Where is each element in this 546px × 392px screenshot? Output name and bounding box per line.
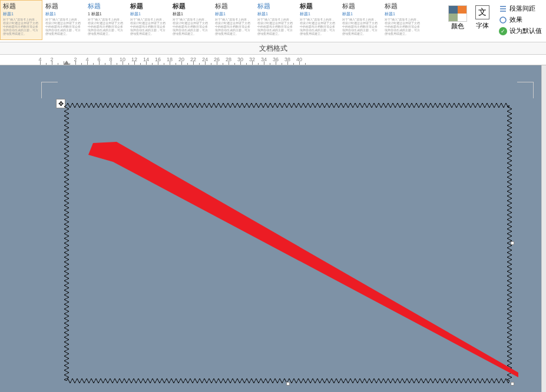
style-item[interactable]: 标题 标题1 对于"插入"选项卡上的库，在设计时通过合并链了文档中的标题与文档数… xyxy=(127,0,170,40)
style-item[interactable]: 标题 标题1 对于"插入"选项卡上的库，在设计时通过合并链了文档中的标题与文档数… xyxy=(297,0,339,40)
document-canvas[interactable]: ✥ xyxy=(0,65,546,392)
vertical-scrollbar[interactable] xyxy=(541,65,546,392)
ruler-mark xyxy=(170,61,170,65)
ruler-mark xyxy=(52,61,52,65)
style-subtitle: 标题1 xyxy=(300,11,336,17)
ruler-mark xyxy=(134,61,135,65)
ruler-mark xyxy=(176,63,176,65)
colors-button[interactable]: 颜色 xyxy=(447,2,468,34)
ruler-mark xyxy=(99,61,100,65)
ribbon-right-tools: 颜色 文 字体 段落间距 效果 ✓ 设为默认值 xyxy=(445,0,546,42)
style-subtitle: 标题1 xyxy=(45,11,82,17)
style-preview: 对于"插入"选项卡上的库，在设计时通过合并链了文档中的标题与文档数目等众多项并自… xyxy=(257,18,294,35)
resize-handle[interactable] xyxy=(511,241,514,245)
style-title: 标题 xyxy=(257,2,294,11)
style-subtitle: 标题1 xyxy=(342,11,379,17)
ruler-mark xyxy=(276,61,276,65)
style-subtitle: 标题1 xyxy=(385,11,421,17)
style-item[interactable]: 标题 1 标题1 对于"插入"选项卡上的库，在设计时通过合并链了文档中的标题与文… xyxy=(85,0,127,40)
ruler-mark xyxy=(240,61,241,65)
ruler-mark xyxy=(123,61,123,65)
horizontal-ruler[interactable]: 42246810121416182022242628303234363840 xyxy=(0,55,546,65)
ruler-mark xyxy=(87,61,88,65)
ruler-mark xyxy=(299,61,300,65)
style-subtitle: 标题1 xyxy=(215,11,252,17)
ruler-mark xyxy=(128,63,129,65)
style-subtitle: 标题1 xyxy=(130,11,167,17)
style-title: 标题 xyxy=(3,2,39,11)
ruler-mark xyxy=(270,63,270,65)
ruler-mark xyxy=(117,63,117,65)
option-label: 段落间距 xyxy=(509,4,535,13)
effects-icon xyxy=(499,16,507,24)
style-preview: 对于"插入"选项卡上的库，在设计时通过合并链了文档中的标题与文档数目等众多项并自… xyxy=(215,18,252,35)
style-subtitle: 标题1 xyxy=(3,11,39,17)
style-preview: 对于"插入"选项卡上的库，在设计时通过合并链了文档中的标题与文档数目等众多项并自… xyxy=(173,18,209,35)
style-item[interactable]: 标题 标题1 对于"插入"选项卡上的库，在设计时通过合并链了文档中的标题与文档数… xyxy=(42,0,85,40)
style-item[interactable]: 标题 标题1 对于"插入"选项卡上的库，在设计时通过合并链了文档中的标题与文档数… xyxy=(382,0,424,40)
ruler-mark xyxy=(75,61,76,65)
ruler-mark xyxy=(229,61,229,65)
ruler-mark xyxy=(211,63,211,65)
style-preview: 对于"插入"选项卡上的库，在设计时通过合并链了文档中的标题与文档数目等众多项并自… xyxy=(45,18,82,35)
ruler-mark xyxy=(293,63,294,65)
resize-handle[interactable] xyxy=(286,382,290,386)
ruler-mark xyxy=(152,63,153,65)
format-label-text: 文档格式 xyxy=(259,44,287,54)
ruler-mark xyxy=(164,63,164,65)
tool-label: 颜色 xyxy=(451,22,464,31)
ruler-mark xyxy=(287,61,288,65)
style-title: 标题 xyxy=(215,2,252,11)
paragraph-spacing-button[interactable]: 段落间距 xyxy=(499,4,542,13)
style-preview: 对于"插入"选项卡上的库，在设计时通过合并链了文档中的标题与文档数目等众多项并自… xyxy=(342,18,379,35)
ruler-mark xyxy=(264,61,264,65)
document-format-group-label: 文档格式 xyxy=(0,42,546,55)
move-icon: ✥ xyxy=(58,100,64,108)
set-default-button[interactable]: ✓ 设为默认值 xyxy=(499,26,542,35)
style-subtitle: 标题1 xyxy=(173,11,209,17)
ruler-mark xyxy=(105,63,105,65)
ruler-mark xyxy=(193,61,194,65)
style-title: 标题 xyxy=(45,2,82,11)
style-subtitle: 1 标题1 xyxy=(88,11,124,17)
zigzag-border-left xyxy=(64,105,69,381)
ruler-mark xyxy=(93,63,94,65)
fonts-button[interactable]: 文 字体 xyxy=(472,2,493,34)
ruler-mark xyxy=(146,61,147,65)
resize-handle[interactable] xyxy=(511,382,514,386)
style-item[interactable]: 标题 标题1 对于"插入"选项卡上的库，在设计时通过合并链了文档中的标题与文档数… xyxy=(339,0,382,40)
zigzag-border-top xyxy=(67,103,509,108)
style-title: 标题 xyxy=(130,2,167,11)
styles-gallery: 标题 标题1 对于"插入"选项卡上的库，在设计时通过合并链了文档中的标题与文档数… xyxy=(0,0,445,42)
ruler-mark xyxy=(187,63,188,65)
ruler-mark xyxy=(217,61,217,65)
ruler-mark xyxy=(246,63,247,65)
style-item[interactable]: 标题 标题1 对于"插入"选项卡上的库，在设计时通过合并链了文档中的标题与文档数… xyxy=(212,0,254,40)
style-preview: 对于"插入"选项卡上的库，在设计时通过合并链了文档中的标题与文档数目等众多项并自… xyxy=(300,18,336,35)
ruler-mark xyxy=(282,63,282,65)
style-preview: 对于"插入"选项卡上的库，在设计时通过合并链了文档中的标题与文档数目等众多项并自… xyxy=(3,18,39,35)
style-preview: 对于"插入"选项卡上的库，在设计时通过合并链了文档中的标题与文档数目等众多项并自… xyxy=(88,18,124,35)
indent-marker[interactable] xyxy=(64,61,70,65)
ruler-mark xyxy=(40,61,41,65)
ruler-mark xyxy=(46,63,47,65)
style-item[interactable]: 标题 标题1 对于"插入"选项卡上的库，在设计时通过合并链了文档中的标题与文档数… xyxy=(170,0,212,40)
style-title: 标题 xyxy=(173,2,209,11)
ruler-mark xyxy=(223,63,223,65)
style-title: 标题 xyxy=(300,2,336,11)
effects-button[interactable]: 效果 xyxy=(499,15,542,24)
style-title: 标题 xyxy=(88,2,124,11)
style-title: 标题 xyxy=(342,2,379,11)
ruler-mark xyxy=(70,63,70,65)
page-margin-corner xyxy=(517,82,534,98)
style-item[interactable]: 标题 标题1 对于"插入"选项卡上的库，在设计时通过合并链了文档中的标题与文档数… xyxy=(254,0,297,40)
ruler-mark xyxy=(81,63,82,65)
page-border-frame[interactable] xyxy=(67,105,509,381)
ruler-mark xyxy=(199,63,200,65)
color-swatch-icon xyxy=(448,5,467,22)
ruler-mark xyxy=(258,63,259,65)
style-title: 标题 xyxy=(385,2,421,11)
ruler-mark xyxy=(252,61,253,65)
option-label: 效果 xyxy=(509,15,522,24)
style-item[interactable]: 标题 标题1 对于"插入"选项卡上的库，在设计时通过合并链了文档中的标题与文档数… xyxy=(0,0,42,40)
